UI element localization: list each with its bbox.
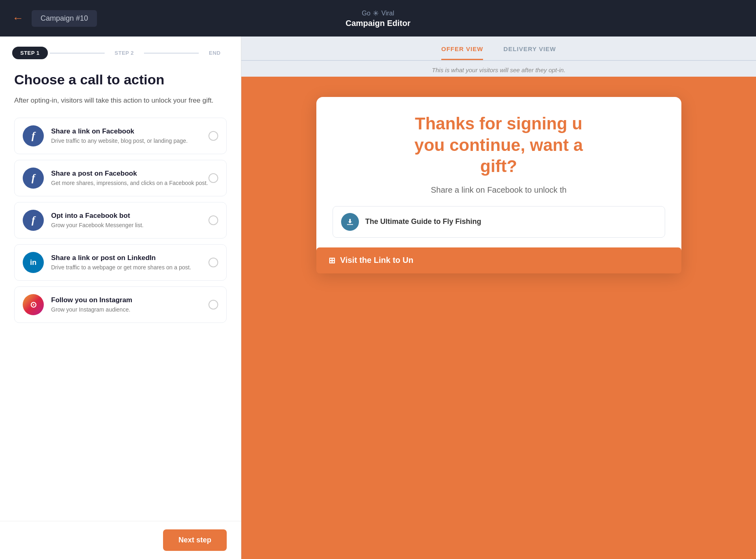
option-share-link-facebook[interactable]: f Share a link on Facebook Drive traffic…	[14, 118, 227, 154]
resource-download-icon	[341, 213, 359, 231]
option-title-3: Opt into a Facebook bot	[51, 212, 208, 220]
option-desc-4: Drive traffic to a webpage or get more s…	[51, 264, 208, 272]
back-button[interactable]: ←	[12, 12, 24, 25]
main-layout: STEP 1 STEP 2 END Choose a call to actio…	[0, 37, 756, 559]
option-desc-5: Grow your Instagram audience.	[51, 306, 208, 314]
preview-heading: Thanks for signing uyou continue, want a…	[333, 113, 665, 177]
tab-delivery-view[interactable]: DELIVERY VIEW	[503, 45, 556, 60]
editor-title: Campaign Editor	[346, 19, 410, 28]
option-desc-2: Get more shares, impressions, and clicks…	[51, 179, 208, 187]
option-instagram[interactable]: ⊙ Follow you on Instagram Grow your Inst…	[14, 286, 227, 323]
preview-card: Thanks for signing uyou continue, want a…	[316, 97, 681, 273]
campaign-name: Campaign #10	[32, 10, 97, 27]
cta-text: Visit the Link to Un	[340, 256, 414, 265]
app-header: ← Campaign #10 Go ✳ Viral Campaign Edito…	[0, 0, 756, 37]
end-pill[interactable]: END	[201, 47, 229, 59]
option-desc-3: Grow your Facebook Messenger list.	[51, 221, 208, 230]
option-title-4: Share a link or post on LinkedIn	[51, 254, 208, 262]
option-desc-1: Drive traffic to any website, blog post,…	[51, 137, 208, 145]
facebook-letter-1: f	[32, 130, 35, 142]
facebook-letter-2: f	[32, 172, 35, 184]
step-connector-1	[50, 53, 105, 54]
next-step-button[interactable]: Next step	[163, 529, 227, 551]
option-linkedin[interactable]: in Share a link or post on LinkedIn Driv…	[14, 244, 227, 281]
step-2-pill[interactable]: STEP 2	[107, 47, 142, 59]
facebook-letter-3: f	[32, 214, 35, 226]
option-title-5: Follow you on Instagram	[51, 296, 208, 304]
step-1-pill[interactable]: STEP 1	[12, 47, 48, 59]
logo-go: Go	[362, 10, 370, 17]
page-title: Choose a call to action	[14, 71, 227, 88]
logo-viral: Viral	[381, 10, 394, 17]
step-connector-2	[144, 53, 199, 54]
header-center: Go ✳ Viral Campaign Editor	[346, 9, 410, 28]
instagram-symbol: ⊙	[30, 300, 37, 310]
right-panel: OFFER VIEW DELIVERY VIEW This is what yo…	[241, 37, 756, 559]
facebook-icon-1: f	[23, 125, 44, 146]
view-tabs: OFFER VIEW DELIVERY VIEW	[241, 37, 756, 61]
instagram-icon: ⊙	[23, 294, 44, 315]
option-text-3: Opt into a Facebook bot Grow your Facebo…	[51, 212, 208, 230]
left-content: Choose a call to action After opting-in,…	[0, 67, 241, 521]
option-title-1: Share a link on Facebook	[51, 127, 208, 135]
view-subtitle: This is what your visitors will see afte…	[241, 61, 756, 77]
option-title-2: Share a post on Facebook	[51, 170, 208, 178]
bottom-bar: Next step	[0, 521, 241, 559]
app-logo: Go ✳ Viral	[346, 9, 410, 18]
option-text-4: Share a link or post on LinkedIn Drive t…	[51, 254, 208, 272]
option-share-post-facebook[interactable]: f Share a post on Facebook Get more shar…	[14, 160, 227, 196]
option-text-1: Share a link on Facebook Drive traffic t…	[51, 127, 208, 145]
option-radio-3[interactable]	[208, 215, 218, 225]
step-progress: STEP 1 STEP 2 END	[0, 37, 241, 67]
option-facebook-bot[interactable]: f Opt into a Facebook bot Grow your Face…	[14, 202, 227, 239]
preview-area: Thanks for signing uyou continue, want a…	[241, 77, 756, 559]
option-radio-1[interactable]	[208, 131, 218, 141]
option-text-5: Follow you on Instagram Grow your Instag…	[51, 296, 208, 314]
option-radio-5[interactable]	[208, 300, 218, 310]
preview-cta-button[interactable]: ⊞ Visit the Link to Un	[316, 247, 681, 273]
resource-row: The Ultimate Guide to Fly Fishing	[333, 206, 665, 238]
option-radio-2[interactable]	[208, 173, 218, 183]
linkedin-letter: in	[30, 258, 37, 267]
resource-title: The Ultimate Guide to Fly Fishing	[365, 217, 481, 226]
page-subtitle: After opting-in, visitors will take this…	[14, 95, 227, 106]
preview-background: Thanks for signing uyou continue, want a…	[241, 77, 756, 559]
option-radio-4[interactable]	[208, 258, 218, 267]
cta-rss-icon: ⊞	[329, 256, 335, 265]
left-panel: STEP 1 STEP 2 END Choose a call to actio…	[0, 37, 241, 559]
option-text-2: Share a post on Facebook Get more shares…	[51, 170, 208, 187]
tab-offer-view[interactable]: OFFER VIEW	[441, 45, 483, 60]
logo-snowflake: ✳	[373, 9, 379, 18]
preview-subtext: Share a link on Facebook to unlock th	[333, 185, 665, 195]
facebook-icon-3: f	[23, 210, 44, 231]
linkedin-icon: in	[23, 252, 44, 273]
facebook-icon-2: f	[23, 168, 44, 189]
